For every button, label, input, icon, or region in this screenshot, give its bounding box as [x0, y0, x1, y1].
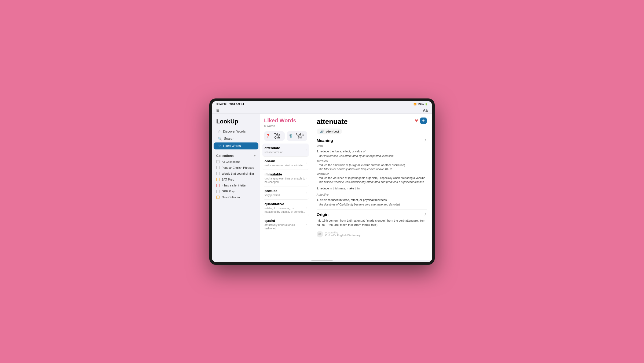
sidebar-header: LookUp: [212, 117, 260, 128]
collection-icon: [216, 166, 219, 169]
top-bar-left: ⊞: [216, 108, 219, 112]
meaning-label: Meaning: [317, 138, 333, 143]
powered-by-text: Powered by: [325, 231, 360, 234]
speaker-icon: 🔊: [320, 130, 324, 133]
battery-display: 100%: [418, 103, 424, 105]
word-item-profuse[interactable]: profuse very plentiful ›: [262, 186, 309, 200]
word-count: 8 Words: [264, 124, 307, 127]
word-definition: make someone priest or minister: [265, 164, 306, 167]
collection-label: It has a silent letter: [222, 184, 246, 187]
sidebar-item-search[interactable]: 🔍 Search: [214, 135, 258, 142]
rare-label: RARE: [320, 199, 327, 201]
add-to-siri-button[interactable]: 🎙️ Add to Siri: [287, 131, 308, 141]
chevron-right-icon: ›: [306, 191, 307, 194]
word-name: ordain: [265, 159, 306, 163]
word-name: attenuate: [265, 146, 306, 150]
status-bar: 4:23 PM Wed Apr 14 📶 100% 🔋: [212, 101, 432, 107]
chevron-right-icon: ›: [306, 206, 307, 209]
def-sub-text: reduce the amplitude of (a signal, elect…: [317, 163, 427, 167]
take-quiz-button[interactable]: ❓ Take Quiz: [264, 131, 285, 141]
detail-header: attenuate ♥ ＋: [317, 118, 427, 126]
liked-words-title: Liked Words: [264, 118, 307, 124]
add-to-collection-button[interactable]: ＋: [420, 118, 427, 124]
home-indicator: [212, 260, 432, 262]
action-buttons: ❓ Take Quiz 🎙️ Add to Siri: [260, 129, 311, 144]
middle-header: Liked Words 8 Words: [260, 114, 311, 129]
sidebar-item-liked[interactable]: ♡ Liked Words: [214, 142, 258, 149]
collapse-icon[interactable]: ∧: [424, 138, 427, 142]
search-icon: 🔍: [218, 137, 222, 141]
def-text: 2. reduce in thickness; make thin.: [317, 186, 427, 191]
word-item-ordain[interactable]: ordain make someone priest or minister ›: [262, 157, 309, 170]
collection-new[interactable]: New Collection: [212, 194, 260, 200]
definition-verb-1: 1. reduce the force, effect, or value of…: [317, 149, 427, 184]
def-sub-example: the filter must severely attenuate frequ…: [317, 167, 427, 171]
definition-verb-2: 2. reduce in thickness; make thin.: [317, 186, 427, 191]
collection-icon: [216, 196, 219, 199]
collection-silent[interactable]: It has a silent letter: [212, 182, 260, 188]
heart-icon: ♡: [218, 144, 221, 148]
word-definition: attractively unusual or old-fashioned: [265, 223, 306, 230]
word-item-quaint[interactable]: quaint attractively unusual or old-fashi…: [262, 216, 309, 233]
wifi-icon: 📶: [414, 103, 416, 105]
collapse-icon[interactable]: ∧: [424, 212, 427, 216]
status-time: 4:23 PM Wed Apr 14: [216, 102, 244, 105]
collections-label: Collections: [216, 154, 234, 158]
def-sub-physics: PHYSICS reduce the amplitude of (a signa…: [317, 159, 427, 171]
collection-similar[interactable]: Words that sound similar: [212, 171, 260, 177]
word-item-quantitative[interactable]: quantitative relating to, measuring, or …: [262, 200, 309, 216]
sidebar-item-label: Search: [224, 137, 234, 141]
collection-gre[interactable]: GRE Prep: [212, 188, 260, 194]
word-name: quantitative: [265, 202, 306, 206]
def-sub-medicine: MEDICINE reduce the virulence of (a path…: [317, 172, 427, 184]
sidebar-toggle-button[interactable]: ⊞: [216, 108, 219, 112]
def-sub-example: the first live vaccine was insufficientl…: [317, 180, 427, 184]
chevron-right-icon: ›: [306, 177, 307, 179]
sidebar-item-label: Liked Words: [223, 144, 241, 148]
physics-label: PHYSICS: [317, 160, 328, 163]
def-example: the doctrines of Christianity became ver…: [317, 203, 427, 207]
collection-label: SAT Prep: [222, 178, 234, 181]
collection-popular[interactable]: Popular English Phrases: [212, 165, 260, 171]
collection-icon: [216, 184, 219, 187]
collection-label: Words that sound similar: [222, 172, 254, 175]
collection-sat[interactable]: SAT Prep: [212, 177, 260, 182]
collection-label: Popular English Phrases: [222, 166, 254, 169]
origin-text: mid 16th century: from Latin attenuat- '…: [317, 218, 427, 227]
home-bar: [311, 261, 333, 261]
quiz-icon: ❓: [266, 134, 270, 138]
pronunciation-button[interactable]: 🔊 əˈtenjʊeɪt: [317, 129, 342, 134]
oxford-logo: OD: [317, 231, 323, 237]
pos-verb-label: Verb: [317, 144, 427, 148]
star-icon: ☆: [218, 130, 221, 133]
collection-icon: [216, 178, 219, 181]
medicine-label: MEDICINE: [317, 173, 329, 175]
word-item-immutable[interactable]: immutable unchanging over time or unable…: [262, 170, 309, 186]
def-content: reduce in thickness; make thin.: [320, 187, 360, 190]
collection-icon: [216, 172, 219, 175]
origin-label: Origin: [317, 212, 328, 217]
favorite-button[interactable]: ♥: [415, 118, 418, 124]
collections-section-header[interactable]: Collections ∨: [212, 152, 260, 159]
collection-label: All Collections: [222, 160, 240, 163]
collection-label: GRE Prep: [222, 190, 235, 193]
font-button[interactable]: Aa: [423, 108, 428, 112]
siri-label: Add to Siri: [294, 133, 306, 139]
sidebar-item-discover[interactable]: ☆ Discover Words: [214, 128, 258, 135]
detail-actions: ♥ ＋: [415, 118, 427, 124]
sidebar-nav: ☆ Discover Words 🔍 Search ♡ Liked Words: [212, 128, 260, 152]
ipad-frame: 4:23 PM Wed Apr 14 📶 100% 🔋 ⊞ Aa LookUp: [209, 98, 435, 265]
word-name: quaint: [265, 219, 306, 223]
definition-adj-1: 1. RARE reduced in force, effect, or phy…: [317, 198, 427, 207]
meaning-section-header: Meaning ∧: [317, 138, 427, 143]
word-name: profuse: [265, 189, 306, 193]
powered-by: OD Powered by Oxford's English Dictionar…: [317, 231, 427, 237]
word-item-attenuate[interactable]: attenuate reduce force of ›: [262, 144, 309, 157]
pronunciation-text: əˈtenjʊeɪt: [325, 130, 339, 133]
word-list: attenuate reduce force of › ordain make …: [260, 144, 311, 260]
pos-adj-label: Adjective: [317, 193, 427, 196]
sidebar: LookUp ☆ Discover Words 🔍 Search ♡ Liked…: [212, 114, 260, 260]
def-number: 2.: [317, 187, 320, 190]
collection-all[interactable]: All Collections: [212, 159, 260, 165]
word-definition: unchanging over time or unable to be cha…: [265, 177, 306, 184]
